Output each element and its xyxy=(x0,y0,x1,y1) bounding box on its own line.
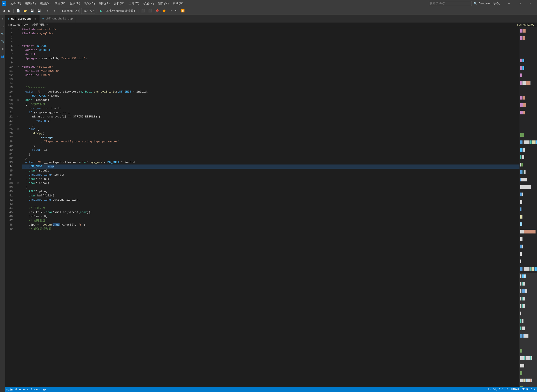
menu-window[interactable]: 窗口(W) xyxy=(156,1,171,6)
code-line[interactable]: extern "C" __declspec(dllexport)char* sy… xyxy=(22,160,519,164)
code-area[interactable]: #include <winsock.h>#include <mysql.h>#i… xyxy=(20,27,519,392)
code-line[interactable]: result = (char*)malloc(sizeof(char)); xyxy=(22,210,519,214)
code-line[interactable]: #ifndef UNICODE xyxy=(22,44,519,48)
menu-build[interactable]: 生成(B) xyxy=(68,1,82,6)
code-line[interactable] xyxy=(22,77,519,81)
tab-udf-demo[interactable]: ⚙ udf_demo.cpp ✕ xyxy=(5,15,40,23)
encoding-label[interactable]: UTF-8 xyxy=(511,388,519,391)
code-line[interactable]: } xyxy=(22,123,519,127)
menu-help[interactable]: 帮助(H) xyxy=(171,1,185,6)
nav-back-button[interactable]: ◀ xyxy=(1,8,6,14)
run-to-cursor-button[interactable]: ⏫ xyxy=(180,8,186,14)
code-line[interactable]: { //参数长度 xyxy=(22,102,519,106)
code-line[interactable]: pipe = _popen(args->args[0], "r"); xyxy=(22,223,519,227)
search-activity-icon[interactable]: 🔍 xyxy=(0,31,5,37)
menu-edit[interactable]: 编辑(E) xyxy=(24,1,38,6)
code-line[interactable]: #pragma comment(lib, "netapi32.lib") xyxy=(22,56,519,61)
code-line[interactable]: , char* result xyxy=(22,169,519,173)
tab-udf-cmdshell[interactable]: ⚙ UDF_cmdshell.cpp xyxy=(40,15,76,23)
breadcrumb-project[interactable]: mysql_udf_c++ xyxy=(8,23,29,27)
menu-view[interactable]: 视图(V) xyxy=(38,1,52,6)
code-line[interactable]: #include <winsock.h> xyxy=(22,27,519,32)
menu-tools[interactable]: 工具(T) xyxy=(127,1,141,6)
menu-project[interactable]: 项目(P) xyxy=(53,1,67,6)
warning-count[interactable]: 0 warnings xyxy=(31,388,46,391)
minimap[interactable] xyxy=(519,27,537,392)
breadcrumb-scope[interactable]: (全局范围) xyxy=(32,23,45,27)
code-line[interactable]: #include <windows.h> xyxy=(22,69,519,73)
code-line[interactable]: return 0; xyxy=(22,119,519,123)
menu-analyze[interactable]: 分析(N) xyxy=(112,1,126,6)
debug-target-button[interactable]: 本地 Windows 调试器 ▾ xyxy=(105,8,137,14)
undo-button[interactable]: ↩ xyxy=(46,8,51,14)
code-line[interactable]: //---------- xyxy=(22,85,519,90)
code-line[interactable]: { xyxy=(22,185,519,189)
menu-extensions[interactable]: 扩展(X) xyxy=(142,1,156,6)
maximize-button[interactable]: □ xyxy=(515,0,525,7)
code-line[interactable]: #endif xyxy=(22,52,519,56)
platform-dropdown[interactable]: x64 x86 ▾ xyxy=(81,8,95,14)
fold-marker[interactable]: □ xyxy=(16,181,20,185)
code-line[interactable]: unsigned int i = 0; xyxy=(22,106,519,111)
diagnostic-button[interactable]: 🔶 xyxy=(161,8,167,14)
code-line[interactable]: char buff[1024]; xyxy=(22,194,519,198)
code-line[interactable]: extern "C" __declspec(dllexport)my_bool … xyxy=(22,90,519,94)
code-line[interactable]: , unsigned long* length xyxy=(22,173,519,177)
fold-marker[interactable]: − xyxy=(16,27,20,32)
code-line[interactable]: && args->arg_type[i] == STRING_RESULT) { xyxy=(22,115,519,119)
step-out-button[interactable]: ↪ xyxy=(174,8,179,14)
code-line[interactable]: #include <lm.h> xyxy=(22,73,519,77)
code-line[interactable]: UDF_ARGS * args, xyxy=(22,94,519,98)
fold-marker[interactable]: □ xyxy=(16,98,20,102)
code-line[interactable] xyxy=(22,40,519,44)
save-all-button[interactable]: 💾 xyxy=(36,8,42,14)
menu-debug[interactable]: 调试(D) xyxy=(83,1,97,6)
git-icon[interactable]: ⎇ xyxy=(0,23,5,30)
fold-marker[interactable]: □ xyxy=(16,127,20,131)
code-line[interactable]: } xyxy=(22,156,519,160)
build-config-dropdown[interactable]: Release Debug ▾ xyxy=(60,8,80,14)
title-search-input[interactable] xyxy=(428,1,472,6)
code-line[interactable]: // 开辟内存 xyxy=(22,206,519,210)
code-line[interactable]: #include <stdio.h> xyxy=(22,65,519,69)
save-button[interactable]: 💾 xyxy=(29,8,35,14)
tab-close-udf-demo[interactable]: ✕ xyxy=(33,17,37,21)
code-line[interactable]: unsigned long outlen, linelen; xyxy=(22,198,519,202)
step-in-button[interactable]: ↩ xyxy=(168,8,173,14)
code-line[interactable]: // 读取管道数据 xyxy=(22,227,519,231)
code-line[interactable]: return 1; xyxy=(22,148,519,152)
menu-file[interactable]: 文件(F) xyxy=(9,1,23,6)
fold-marker[interactable]: − xyxy=(16,65,20,69)
code-line[interactable]: outlen = 0; xyxy=(22,214,519,219)
platform-select[interactable]: x64 x86 xyxy=(81,8,93,14)
code-line[interactable]: #include <mysql.h> xyxy=(22,32,519,36)
code-line[interactable]: char* message) xyxy=(22,98,519,102)
step-over-button[interactable]: ⬛ xyxy=(147,8,153,14)
minimize-button[interactable]: ─ xyxy=(504,0,514,7)
outline-icon[interactable]: ◧ xyxy=(0,46,5,52)
fold-marker[interactable]: − xyxy=(16,44,20,48)
language-label[interactable]: C++ xyxy=(530,388,535,391)
breakpoint-button[interactable]: ⬛ xyxy=(140,8,146,14)
code-line[interactable] xyxy=(22,61,519,65)
code-line[interactable]: , UDF_ARGS * args xyxy=(22,164,519,169)
start-debug-button[interactable]: ▶ xyxy=(98,8,104,14)
code-line[interactable]: #define UNICODE xyxy=(22,48,519,52)
code-line[interactable]: } xyxy=(22,152,519,156)
code-line[interactable] xyxy=(22,202,519,206)
performance-button[interactable]: 📌 xyxy=(154,8,160,14)
fold-marker[interactable]: □ xyxy=(16,115,20,119)
nav-forward-button[interactable]: ▶ xyxy=(7,8,12,14)
code-line[interactable]: FILE* pipe; xyxy=(22,189,519,194)
code-line[interactable]: else { xyxy=(22,127,519,131)
open-file-button[interactable]: 📂 xyxy=(22,8,28,14)
error-count[interactable]: 0 errors xyxy=(15,388,28,391)
code-line[interactable]: ); xyxy=(22,144,519,148)
code-line[interactable]: message xyxy=(22,135,519,140)
menu-test[interactable]: 测试(S) xyxy=(97,1,111,6)
code-line[interactable]: , "Expected exactly one string type para… xyxy=(22,140,519,144)
solution-explorer-icon[interactable]: ≡ xyxy=(0,16,5,22)
build-config-select[interactable]: Release Debug xyxy=(60,8,77,14)
cursor-position[interactable]: Ln 34, Col 18 xyxy=(488,388,508,391)
redo-button[interactable]: ↪ xyxy=(52,8,57,14)
